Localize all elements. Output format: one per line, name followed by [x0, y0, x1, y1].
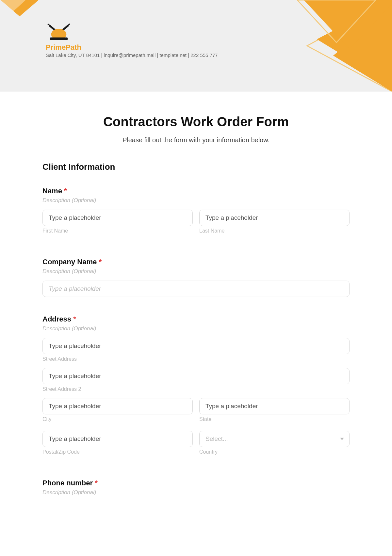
address-label: Address *: [42, 315, 350, 323]
phone-description: Description (Optional): [42, 489, 350, 496]
name-label: Name *: [42, 187, 350, 195]
header-banner: PrimePath Salt Lake City, UT 84101 | inq…: [0, 0, 392, 92]
company-label-text: Company Name: [42, 258, 97, 266]
required-asterisk: *: [95, 479, 98, 487]
country-sublabel: Country: [199, 449, 350, 455]
brand-address: Salt Lake City, UT 84101 | inquire@prime…: [46, 52, 218, 58]
svg-rect-9: [57, 29, 60, 34]
decor-triangle-right: [222, 0, 392, 92]
street-address2-input[interactable]: [42, 368, 350, 384]
field-address: Address * Description (Optional) Street …: [42, 315, 350, 461]
state-input[interactable]: [199, 398, 350, 414]
postal-input[interactable]: [42, 431, 193, 447]
decor-triangle-left: [0, 0, 42, 23]
country-select[interactable]: Select...: [199, 431, 350, 447]
form-content: Contractors Work Order Form Please fill …: [0, 92, 392, 527]
address-label-text: Address: [42, 315, 71, 323]
company-label: Company Name *: [42, 258, 350, 266]
required-asterisk: *: [73, 315, 76, 323]
street-address-sublabel: Street Address: [42, 356, 350, 362]
postal-sublabel: Postal/Zip Code: [42, 449, 193, 455]
last-name-input[interactable]: [199, 210, 350, 226]
last-name-sublabel: Last Name: [199, 228, 350, 234]
company-description: Description (Optional): [42, 268, 350, 275]
page-title: Contractors Work Order Form: [42, 114, 350, 129]
brand-block: PrimePath Salt Lake City, UT 84101 | inq…: [46, 20, 218, 58]
company-name-input[interactable]: [42, 281, 350, 297]
required-asterisk: *: [99, 258, 102, 266]
page-subtitle: Please fill out the form with your infor…: [42, 136, 350, 144]
street-address-input[interactable]: [42, 338, 350, 354]
brand-name: PrimePath: [46, 43, 218, 52]
state-sublabel: State: [199, 416, 350, 422]
name-description: Description (Optional): [42, 197, 350, 204]
phone-label: Phone number *: [42, 479, 350, 487]
address-description: Description (Optional): [42, 325, 350, 332]
country-select-placeholder: Select...: [205, 435, 228, 443]
city-input[interactable]: [42, 398, 193, 414]
field-phone: Phone number * Description (Optional): [42, 479, 350, 496]
phone-label-text: Phone number: [42, 479, 93, 487]
name-label-text: Name: [42, 187, 62, 195]
logo-icon: [46, 20, 72, 43]
required-asterisk: *: [64, 187, 67, 195]
section-client-info: Client Information: [42, 162, 350, 172]
field-company: Company Name * Description (Optional): [42, 258, 350, 297]
first-name-sublabel: First Name: [42, 228, 193, 234]
city-sublabel: City: [42, 416, 193, 422]
street-address2-sublabel: Street Address 2: [42, 386, 350, 392]
field-name: Name * Description (Optional) First Name…: [42, 187, 350, 240]
svg-rect-8: [50, 37, 68, 40]
first-name-input[interactable]: [42, 210, 193, 226]
